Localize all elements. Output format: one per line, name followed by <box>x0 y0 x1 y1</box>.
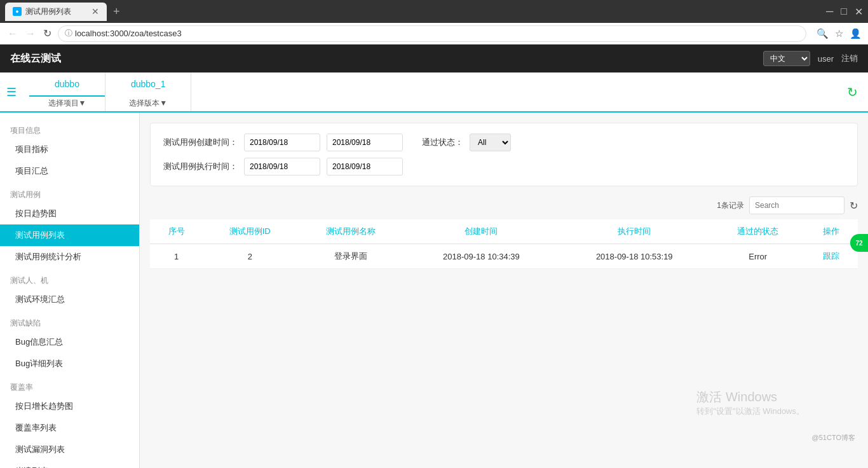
bookmark-icon[interactable]: ☆ <box>835 28 843 39</box>
sidebar-section-testcase: 测试用例 <box>0 182 139 203</box>
header-right: 中文 English user 注销 <box>763 51 858 66</box>
browser-tab[interactable]: ● 测试用例列表 ✕ <box>5 3 107 21</box>
sidebar-item-test-leak-list[interactable]: 测试漏洞列表 <box>0 439 139 460</box>
address-bar: ← → ↻ ⓘ localhost:3000/zoa/testcase3 🔍 ☆… <box>0 23 868 45</box>
sidebar-item-testcase-stats[interactable]: 测试用例统计分析 <box>0 246 139 268</box>
url-bar[interactable]: ⓘ localhost:3000/zoa/testcase3 <box>58 25 806 42</box>
col-status: 通过的状态 <box>711 219 805 244</box>
filter-row-create-time: 测试用例创建时间： 通过状态： All Pass Fail Error <box>163 134 844 151</box>
col-id: 测试用例ID <box>203 219 297 244</box>
exec-end-input[interactable] <box>327 158 403 176</box>
language-select[interactable]: 中文 English <box>763 51 810 66</box>
tab-dubbo1-sub[interactable]: 选择版本▼ <box>116 95 180 111</box>
exec-time-label: 测试用例执行时间： <box>163 161 238 172</box>
header-user: user <box>818 54 834 64</box>
tab-section-dubbo1: dubbo_1 选择版本▼ <box>105 72 192 111</box>
create-time-label: 测试用例创建时间： <box>163 137 238 148</box>
sidebar-section-bugs: 测试缺陷 <box>0 310 139 331</box>
forward-button[interactable]: → <box>24 27 37 41</box>
search-input[interactable] <box>749 196 844 214</box>
app-header: 在线云测试 中文 English user 注销 <box>0 45 868 72</box>
record-count: 1条记录 <box>717 200 744 211</box>
sidebar-item-project-summary[interactable]: 项目汇总 <box>0 160 139 182</box>
col-name: 测试用例名称 <box>297 219 405 244</box>
logout-button[interactable]: 注销 <box>841 53 858 64</box>
create-end-input[interactable] <box>327 134 403 151</box>
tab-dubbo[interactable]: dubbo <box>29 72 105 97</box>
sidebar-item-testcase-list[interactable]: 测试用例列表 <box>0 224 139 246</box>
tab-title: 测试用例列表 <box>25 6 71 17</box>
create-start-input[interactable] <box>244 134 320 151</box>
cell-action[interactable]: 跟踪 <box>805 244 858 269</box>
sidebar-section-coverage: 覆盖率 <box>0 375 139 396</box>
data-table: 序号 测试用例ID 测试用例名称 创建时间 执行时间 通过的状态 操作 1 2 … <box>150 219 858 269</box>
track-link[interactable]: 跟踪 <box>823 251 839 261</box>
maximize-button[interactable]: □ <box>841 6 847 18</box>
user-profile-icon[interactable]: 👤 <box>850 28 862 39</box>
table-header-row: 序号 测试用例ID 测试用例名称 创建时间 执行时间 通过的状态 操作 <box>150 219 858 244</box>
table-refresh-button[interactable]: ↻ <box>850 200 858 212</box>
tab-navigation: ☰ dubbo 选择项目▼ dubbo_1 选择版本▼ ↻ <box>0 72 868 113</box>
filter-row-exec-time: 测试用例执行时间： <box>163 158 844 176</box>
tab-close-button[interactable]: ✕ <box>92 6 99 17</box>
sidebar-item-bug-info-summary[interactable]: Bug信息汇总 <box>0 331 139 353</box>
content-area: 测试用例创建时间： 通过状态： All Pass Fail Error 测试用例… <box>140 113 868 468</box>
table-header-bar: 1条记录 ↻ <box>150 196 858 214</box>
tab-section-dubbo: dubbo 选择项目▼ <box>29 72 105 111</box>
sidebar-item-crash-list[interactable]: 崩溃列表 <box>0 460 139 468</box>
cell-create-time: 2018-09-18 10:34:39 <box>405 244 558 269</box>
sidebar-section-project-info: 项目信息 <box>0 118 139 139</box>
tab-dubbo-sub[interactable]: 选择项目▼ <box>36 95 99 111</box>
sidebar-section-tester-machine: 测试人、机 <box>0 268 139 289</box>
pass-status-label: 通过状态： <box>422 137 463 148</box>
tab-dubbo1[interactable]: dubbo_1 <box>105 72 191 97</box>
url-text: localhost:3000/zoa/testcase3 <box>75 29 182 38</box>
cell-name: 登录界面 <box>297 244 405 269</box>
new-tab-button[interactable]: + <box>109 5 124 18</box>
cell-exec-time: 2018-09-18 10:53:19 <box>558 244 711 269</box>
cell-status: Error <box>711 244 805 269</box>
sidebar-item-coverage-daily-trend[interactable]: 按日增长趋势图 <box>0 396 139 417</box>
close-button[interactable]: ✕ <box>855 6 863 18</box>
search-icon[interactable]: 🔍 <box>817 28 829 39</box>
sidebar-item-coverage-list[interactable]: 覆盖率列表 <box>0 417 139 439</box>
window-controls: ─ □ ✕ <box>826 6 863 18</box>
browser-chrome: ● 测试用例列表 ✕ + ─ □ ✕ <box>0 0 868 23</box>
sidebar-item-bug-detail-list[interactable]: Bug详细列表 <box>0 353 139 375</box>
table-head: 序号 测试用例ID 测试用例名称 创建时间 执行时间 通过的状态 操作 <box>150 219 858 244</box>
menu-icon[interactable]: ☰ <box>6 85 17 99</box>
sidebar-item-project-metrics[interactable]: 项目指标 <box>0 139 139 160</box>
cell-seq: 1 <box>150 244 203 269</box>
address-bar-icons: 🔍 ☆ 👤 <box>817 28 862 39</box>
sidebar-item-daily-trend[interactable]: 按日趋势图 <box>0 203 139 224</box>
tab-bar: ● 测试用例列表 ✕ + <box>5 3 124 21</box>
main-layout: 项目信息 项目指标 项目汇总 测试用例 按日趋势图 测试用例列表 测试用例统计分… <box>0 113 868 468</box>
table-row: 1 2 登录界面 2018-09-18 10:34:39 2018-09-18 … <box>150 244 858 269</box>
app-logo: 在线云测试 <box>10 52 61 65</box>
tab-refresh-button[interactable]: ↻ <box>847 85 858 100</box>
col-seq: 序号 <box>150 219 203 244</box>
exec-start-input[interactable] <box>244 158 320 176</box>
minimize-button[interactable]: ─ <box>826 6 833 18</box>
filter-panel: 测试用例创建时间： 通过状态： All Pass Fail Error 测试用例… <box>150 123 858 186</box>
table-body: 1 2 登录界面 2018-09-18 10:34:39 2018-09-18 … <box>150 244 858 269</box>
sidebar: 项目信息 项目指标 项目汇总 测试用例 按日趋势图 测试用例列表 测试用例统计分… <box>0 113 140 468</box>
refresh-button[interactable]: ↻ <box>42 26 53 41</box>
cell-id: 2 <box>203 244 297 269</box>
tab-favicon: ● <box>13 7 22 16</box>
pass-status-select[interactable]: All Pass Fail Error <box>470 134 511 151</box>
col-exec-time: 执行时间 <box>558 219 711 244</box>
back-button[interactable]: ← <box>6 27 19 41</box>
sidebar-item-test-env-summary[interactable]: 测试环境汇总 <box>0 289 139 310</box>
col-create-time: 创建时间 <box>405 219 558 244</box>
copyright: @51CTO博客 <box>812 433 855 443</box>
green-badge[interactable]: 72 <box>850 234 868 252</box>
